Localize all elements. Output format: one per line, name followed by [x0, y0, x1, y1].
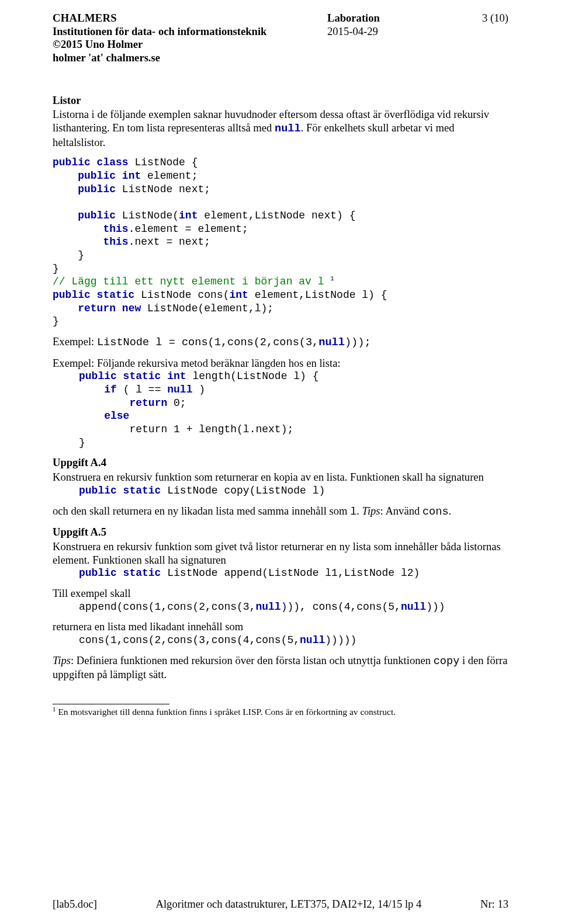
a5-title: Uppgift A.5: [53, 526, 508, 539]
footer-center: Algoritmer och datastrukturer, LET375, D…: [156, 898, 422, 911]
a5-code2: cons(1,cons(2,cons(3,cons(4,cons(5,null)…: [53, 634, 508, 647]
header-right: 3 (10): [482, 12, 508, 65]
footer: [lab5.doc] Algoritmer och datastrukturer…: [53, 898, 508, 911]
header-copyright: ©2015 Uno Holmer: [53, 38, 266, 51]
a5-p2: Till exempel skall: [53, 587, 508, 600]
a5-p4: Tips: Definiera funktionen med rekursion…: [53, 654, 508, 682]
listor-para1: Listorna i de följande exemplen saknar h…: [53, 108, 508, 149]
header-dept: Institutionen för data- och informations…: [53, 25, 266, 39]
a5-sig: public static ListNode append(ListNode l…: [53, 567, 508, 580]
a4-p1: Konstruera en rekursiv funktion som retu…: [53, 471, 508, 484]
code-listnode: public class ListNode { public int eleme…: [53, 156, 508, 328]
header-lab: Laboration: [327, 12, 380, 25]
footnote-rule: [53, 704, 169, 704]
null-keyword: null: [275, 123, 301, 135]
a5-p3: returnera en lista med likadant innehåll…: [53, 620, 508, 634]
header-page: 3 (10): [482, 12, 508, 25]
footer-right: Nr: 13: [480, 898, 508, 911]
a4-p2: och den skall returnera en ny likadan li…: [53, 505, 508, 519]
footer-left: [lab5.doc]: [53, 898, 97, 911]
a5-code1: append(cons(1,cons(2,cons(3,null))), con…: [53, 600, 508, 614]
example1: Exempel: ListNode l = cons(1,cons(2,cons…: [53, 335, 508, 350]
a4-title: Uppgift A.4: [53, 456, 508, 470]
a5-p1: Konstruera en rekursiv funktion som give…: [53, 540, 508, 567]
header-date: 2015-04-29: [327, 25, 380, 39]
header-center: Laboration 2015-04-29: [327, 12, 380, 38]
example2: Exempel: Följande rekursiva metod beräkn…: [53, 357, 508, 370]
header-email: holmer 'at' chalmers.se: [53, 51, 266, 65]
a4-sig: public static ListNode copy(ListNode l): [53, 484, 508, 498]
header-left: CHALMERS Institutionen för data- och inf…: [53, 12, 266, 65]
footnote: 1 En motsvarighet till denna funktion fi…: [53, 707, 508, 718]
code-length: public static int length(ListNode l) { i…: [53, 370, 508, 449]
section-listor-title: Listor: [53, 94, 508, 107]
header-chalmers: CHALMERS: [53, 12, 266, 25]
